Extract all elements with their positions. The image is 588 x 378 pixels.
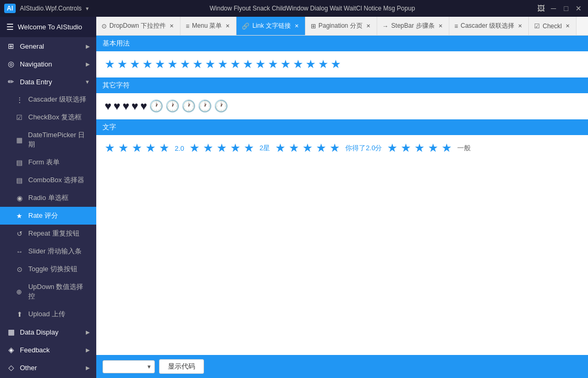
sidebar-item-checkbox[interactable]: ☑ CheckBox 复选框 bbox=[0, 108, 96, 126]
text-star-7[interactable]: ★ bbox=[203, 141, 213, 155]
maximize-button[interactable]: □ bbox=[561, 3, 571, 14]
heart-5[interactable]: ♥ bbox=[140, 99, 147, 113]
dropdown-tab-close[interactable]: ✕ bbox=[168, 23, 175, 29]
text-star-8[interactable]: ★ bbox=[217, 141, 227, 155]
heart-2[interactable]: ♥ bbox=[114, 99, 120, 113]
star-10[interactable]: ★ bbox=[218, 58, 228, 71]
star-3[interactable]: ★ bbox=[130, 58, 140, 71]
text-star-2[interactable]: ★ bbox=[118, 141, 129, 155]
text-star-19[interactable]: ★ bbox=[428, 141, 438, 155]
checkl-tab-close[interactable]: ✕ bbox=[564, 23, 571, 29]
star-18[interactable]: ★ bbox=[318, 58, 329, 71]
sidebar-item-slider[interactable]: ↔ Slider 滑动输入条 bbox=[0, 242, 96, 260]
star-8[interactable]: ★ bbox=[193, 58, 203, 71]
text-star-6[interactable]: ★ bbox=[189, 141, 200, 155]
sidebar-item-feedback[interactable]: ◈ Feedback ▶ bbox=[0, 341, 96, 359]
star-5[interactable]: ★ bbox=[155, 58, 165, 71]
text-star-17[interactable]: ★ bbox=[401, 141, 411, 155]
text-star-12[interactable]: ★ bbox=[289, 141, 299, 155]
close-button[interactable]: ✕ bbox=[573, 3, 584, 14]
heart-4[interactable]: ♥ bbox=[131, 99, 138, 113]
sidebar-header[interactable]: ☰ Welcome To AIStudio bbox=[0, 17, 96, 37]
star-4[interactable]: ★ bbox=[142, 58, 153, 71]
star-13[interactable]: ★ bbox=[255, 58, 266, 71]
text-star-15[interactable]: ★ bbox=[330, 141, 340, 155]
text-star-1[interactable]: ★ bbox=[105, 141, 115, 155]
sidebar-item-datetimepicker[interactable]: ▦ DateTimePicker 日期 bbox=[0, 126, 96, 153]
sidebar-item-navigation[interactable]: ◎ Navigation ▶ bbox=[0, 55, 96, 73]
general-label: General bbox=[20, 42, 44, 50]
text-star-14[interactable]: ★ bbox=[316, 141, 326, 155]
sidebar-item-combobox[interactable]: ▤ ComboBox 选择器 bbox=[0, 171, 96, 189]
sidebar-item-data-entry[interactable]: ✏ Data Entry ▼ bbox=[0, 73, 96, 91]
rate-text-section: ★ ★ ★ ★ ★ 2.0 ★ ★ ★ ★ ★ 2星 ★ ★ ★ bbox=[96, 135, 588, 161]
tab-link[interactable]: 🔗 Link 文字链接 ✕ bbox=[236, 17, 305, 35]
text-star-4[interactable]: ★ bbox=[145, 141, 156, 155]
clock-5[interactable]: 🕐 bbox=[214, 99, 228, 113]
sidebar-item-other[interactable]: ◇ Other ▶ bbox=[0, 359, 96, 376]
sidebar-item-form[interactable]: ▤ Form 表单 bbox=[0, 153, 96, 171]
data-display-icon: ▦ bbox=[6, 328, 16, 336]
star-7[interactable]: ★ bbox=[180, 58, 190, 71]
repeat-label: Repeat 重复按钮 bbox=[28, 229, 80, 238]
menu-tab-close[interactable]: ✕ bbox=[224, 23, 231, 29]
star-1[interactable]: ★ bbox=[105, 58, 115, 71]
tab-stepbar[interactable]: → StepBar 步骤条 ✕ bbox=[377, 17, 449, 35]
star-2[interactable]: ★ bbox=[117, 58, 128, 71]
text-star-18[interactable]: ★ bbox=[414, 141, 425, 155]
sidebar-item-upload[interactable]: ⬆ Upload 上传 bbox=[0, 305, 96, 323]
sidebar-item-repeat[interactable]: ↺ Repeat 重复按钮 bbox=[0, 225, 96, 242]
text-star-10[interactable]: ★ bbox=[244, 141, 254, 155]
link-tab-close[interactable]: ✕ bbox=[293, 23, 300, 29]
text-star-13[interactable]: ★ bbox=[302, 141, 313, 155]
star-12[interactable]: ★ bbox=[243, 58, 253, 71]
star-9[interactable]: ★ bbox=[205, 58, 216, 71]
text-star-3[interactable]: ★ bbox=[132, 141, 142, 155]
dropdown-tab-label: DropDown 下拉控件 bbox=[109, 21, 166, 30]
section-basic-title: 基本用法 bbox=[103, 39, 130, 47]
stepbar-tab-close[interactable]: ✕ bbox=[437, 23, 444, 29]
tab-cascader[interactable]: ≡ Cascader 级联选择 ✕ bbox=[449, 17, 529, 35]
radio-label: Radio 单选框 bbox=[28, 193, 69, 203]
star-11[interactable]: ★ bbox=[230, 58, 241, 71]
clock-3[interactable]: 🕐 bbox=[182, 99, 196, 113]
checkbox-icon: ☑ bbox=[15, 114, 24, 121]
heart-1[interactable]: ♥ bbox=[105, 99, 111, 113]
tab-menu[interactable]: ≡ Menu 菜单 ✕ bbox=[180, 17, 236, 35]
sidebar-item-cascader[interactable]: ⋮ Cascader 级联选择 bbox=[0, 91, 96, 108]
tab-pagination[interactable]: ⊞ Pagination 分页 ✕ bbox=[306, 17, 377, 35]
text-star-16[interactable]: ★ bbox=[387, 141, 398, 155]
code-select[interactable] bbox=[103, 360, 155, 373]
tab-dropdown[interactable]: ⊙ DropDown 下拉控件 ✕ bbox=[96, 17, 180, 35]
star-15[interactable]: ★ bbox=[280, 58, 291, 71]
cascader-tab-close[interactable]: ✕ bbox=[517, 23, 523, 29]
sidebar-item-data-display[interactable]: ▦ Data Display ▶ bbox=[0, 323, 96, 341]
star-6[interactable]: ★ bbox=[167, 58, 178, 71]
clock-2[interactable]: 🕐 bbox=[165, 99, 179, 113]
clock-4[interactable]: 🕐 bbox=[198, 99, 212, 113]
sidebar-item-toggle[interactable]: ⊙ Toggle 切换按钮 bbox=[0, 260, 96, 278]
pagination-tab-close[interactable]: ✕ bbox=[365, 23, 371, 29]
star-17[interactable]: ★ bbox=[306, 58, 316, 71]
text-star-9[interactable]: ★ bbox=[230, 141, 241, 155]
sidebar-item-radio[interactable]: ◉ Radio 单选框 bbox=[0, 189, 96, 207]
window-controls: 🖼 ─ □ ✕ bbox=[536, 3, 584, 14]
star-14[interactable]: ★ bbox=[268, 58, 278, 71]
text-star-11[interactable]: ★ bbox=[275, 141, 286, 155]
minimize-button[interactable]: ─ bbox=[548, 3, 559, 14]
heart-3[interactable]: ♥ bbox=[122, 99, 129, 113]
text-star-5[interactable]: ★ bbox=[159, 141, 169, 155]
other-chars-row: ♥ ♥ ♥ ♥ ♥ 🕐 🕐 🕐 🕐 🕐 bbox=[105, 99, 580, 113]
menu-tab-label: Menu 菜单 bbox=[192, 21, 222, 30]
show-code-button[interactable]: 显示代码 bbox=[159, 359, 204, 374]
page-content: 基本用法 ★ ★ ★ ★ ★ ★ ★ ★ ★ ★ ★ ★ ★ ★ bbox=[96, 36, 588, 355]
star-19[interactable]: ★ bbox=[331, 58, 341, 71]
sidebar-item-general[interactable]: ⊞ General ▶ bbox=[0, 37, 96, 55]
tab-checkl[interactable]: ☑ Checkl ✕ bbox=[529, 17, 576, 35]
text-star-20[interactable]: ★ bbox=[442, 141, 452, 155]
sidebar-item-updown[interactable]: ⊕ UpDown 数值选择控 bbox=[0, 278, 96, 305]
sidebar-item-rate[interactable]: ★ Rate 评分 bbox=[0, 207, 96, 225]
title-bar-left: AI AIStudio.Wpf.Controls ▾ bbox=[4, 4, 89, 13]
clock-1[interactable]: 🕐 bbox=[149, 99, 163, 113]
star-16[interactable]: ★ bbox=[293, 58, 303, 71]
